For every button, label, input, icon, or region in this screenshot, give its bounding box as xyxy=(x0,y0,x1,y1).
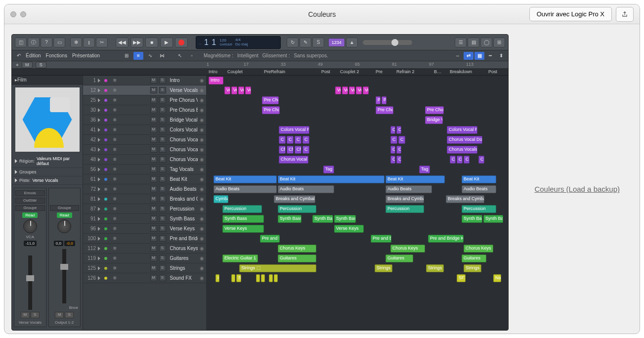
track-options-icon[interactable]: ◉ xyxy=(200,78,204,83)
region[interactable]: Breaks and Cymbals xyxy=(274,195,315,203)
track-mute-button[interactable]: M xyxy=(150,245,157,252)
track-solo-button[interactable]: S xyxy=(159,176,166,182)
region[interactable]: Ve xyxy=(342,86,348,94)
pointer-tool-icon[interactable]: ↖ xyxy=(175,52,185,60)
track-solo-button[interactable]: S xyxy=(159,136,166,143)
region[interactable]: C xyxy=(398,136,405,144)
region[interactable]: Chorus Keys xyxy=(278,245,316,253)
volume-fader[interactable] xyxy=(62,249,66,303)
region[interactable]: Chorus Keys xyxy=(464,245,493,253)
disclosure-icon[interactable] xyxy=(98,108,100,112)
track-mute-button[interactable]: M xyxy=(150,77,157,84)
disclosure-icon[interactable] xyxy=(98,88,100,92)
region[interactable]: Ch xyxy=(390,146,395,154)
automation-mode[interactable]: Read xyxy=(57,212,72,218)
track-mute-button[interactable]: M xyxy=(150,97,157,103)
track-mute-button[interactable]: M xyxy=(150,265,157,271)
track-solo-button[interactable]: S xyxy=(159,255,166,261)
region[interactable]: Ch xyxy=(295,146,301,154)
freeze-icon[interactable]: ❄ xyxy=(111,137,118,142)
marquee-tool-icon[interactable]: ▫ xyxy=(187,52,197,60)
region[interactable]: C xyxy=(396,156,401,164)
region[interactable]: Chorus Keys xyxy=(390,245,425,253)
quick-help-icon[interactable]: ? xyxy=(41,38,52,47)
track-solo-button[interactable]: S xyxy=(159,117,166,123)
track-solo-button[interactable]: S xyxy=(159,166,166,172)
snap-value[interactable]: Intelligent xyxy=(237,53,258,58)
close-window-button[interactable] xyxy=(10,11,16,17)
menu-fonctions[interactable]: Fonctions xyxy=(46,53,67,58)
disclosure-icon[interactable] xyxy=(98,158,100,162)
region[interactable]: Co xyxy=(396,126,401,134)
zoom-slider-icon[interactable]: ━ xyxy=(485,52,495,60)
smart-controls-icon[interactable]: ✻ xyxy=(70,38,82,47)
track-mute-button[interactable]: M xyxy=(150,146,157,153)
list-editor-icon[interactable]: ☰ xyxy=(455,38,467,47)
region[interactable]: Chorus Vocal Dou xyxy=(447,136,482,144)
track-options-icon[interactable]: ◉ xyxy=(200,87,204,93)
disclosure-icon[interactable] xyxy=(98,207,100,211)
track-options-icon[interactable]: ◉ xyxy=(200,236,204,241)
track-mute-button[interactable]: M xyxy=(150,275,157,281)
track-options-icon[interactable]: ◉ xyxy=(200,255,204,261)
marker[interactable]: Refrain xyxy=(271,69,285,74)
region[interactable]: Guitares xyxy=(462,254,486,262)
track-solo-button[interactable]: S xyxy=(159,206,166,212)
freeze-icon[interactable]: ❄ xyxy=(111,206,118,211)
marker[interactable]: Pre xyxy=(264,69,271,74)
region[interactable]: Electric Guitar 1 xyxy=(222,254,258,262)
marker[interactable]: Post xyxy=(488,69,497,74)
inspector-track-row[interactable]: Piste: Verse Vocals xyxy=(12,176,83,185)
track-solo-button[interactable]: S xyxy=(159,215,166,222)
track-options-icon[interactable]: ◉ xyxy=(200,167,204,172)
minimize-window-button[interactable] xyxy=(20,11,26,17)
region[interactable]: Synth Bass xyxy=(222,215,264,223)
track-header[interactable]: 1 ❄ M S Intro ◉ xyxy=(83,76,206,85)
marker[interactable]: Intro xyxy=(209,69,217,74)
region[interactable]: Pre Choru xyxy=(425,106,444,114)
track-header[interactable]: 61 ❄ M S Beat Kit ◉ xyxy=(83,174,206,184)
track-header[interactable]: 100 ❄ M S Pre and Bridge Keys ◉ xyxy=(83,234,206,244)
track-options-icon[interactable]: ◉ xyxy=(200,147,204,152)
region[interactable]: Synth Bass xyxy=(278,215,301,223)
region[interactable]: SFX xyxy=(457,274,466,282)
disclosure-icon[interactable] xyxy=(98,266,100,270)
track-solo-button[interactable]: S xyxy=(159,265,166,271)
automation-icon[interactable]: ∿ xyxy=(145,52,155,60)
track-solo-button[interactable]: S xyxy=(159,186,166,192)
region[interactable]: Bridge V xyxy=(425,116,443,124)
region[interactable]: Synth Bass xyxy=(334,215,356,223)
track-mute-button[interactable]: M xyxy=(150,166,157,172)
region[interactable]: Beat Kit xyxy=(214,175,277,183)
track-header[interactable]: 43 ❄ M S Chorus Vocals ◉ xyxy=(83,145,206,155)
toolbar-icon[interactable]: ▭ xyxy=(53,38,65,47)
disclosure-icon[interactable] xyxy=(98,177,100,181)
output-slot[interactable]: OutStér xyxy=(15,198,45,204)
track-options-icon[interactable]: ◉ xyxy=(200,157,204,162)
library-icon[interactable]: ◫ xyxy=(15,38,27,47)
disclosure-icon[interactable] xyxy=(98,217,100,221)
region[interactable]: Percussion xyxy=(222,205,262,213)
region[interactable]: Ve xyxy=(231,86,237,94)
link-icon[interactable]: ⇄ xyxy=(464,52,473,60)
region[interactable]: Verse Keys xyxy=(334,225,364,233)
track-options-icon[interactable]: ◉ xyxy=(200,265,204,271)
track-options-icon[interactable]: ◉ xyxy=(200,226,204,231)
track-options-icon[interactable]: ◉ xyxy=(200,216,204,221)
region[interactable]: C xyxy=(450,156,456,164)
disclosure-icon[interactable] xyxy=(98,128,100,132)
region[interactable] xyxy=(274,274,278,282)
track-header[interactable]: 72 ❄ M S Audio Beats ◉ xyxy=(83,184,206,194)
media-browser-icon[interactable]: ⊞ xyxy=(493,38,505,47)
track-solo-button[interactable]: S xyxy=(159,275,166,281)
track-header[interactable]: 36 ❄ M S Bridge Vocals ◉ xyxy=(83,115,206,125)
freeze-icon[interactable]: ❄ xyxy=(111,236,118,241)
region[interactable]: Pre and Bri xyxy=(371,235,391,243)
track-header[interactable]: 41 ❄ M S Colors Vocal FX ◉ xyxy=(83,125,206,135)
freeze-icon[interactable]: ❄ xyxy=(111,196,118,202)
track-header[interactable]: 112 ❄ M S Chorus Keys ◉ xyxy=(83,244,206,254)
track-options-icon[interactable]: ◉ xyxy=(200,97,204,103)
marker[interactable]: Refrain 2 xyxy=(396,69,415,74)
catch-icon[interactable]: ▦ xyxy=(474,52,484,60)
track-solo-button[interactable]: S xyxy=(159,196,166,202)
